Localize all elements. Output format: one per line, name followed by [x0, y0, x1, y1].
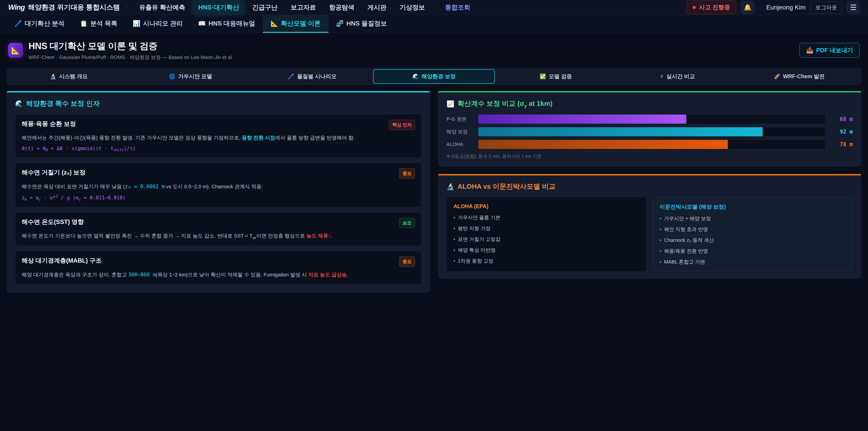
right-column: 📈 확산계수 보정 비교 (σy at 1km) P-G 원본 68 m 해양 …: [438, 91, 861, 278]
card-body: 해안에서는 주간(해풍)·야간(육풍) 풍향 전환 발생. 기존 가우시안 모델…: [22, 134, 415, 142]
subtab-model-theory[interactable]: 📐 확산모델 이론: [263, 15, 328, 33]
model-comparison-panel: 🔬 ALOHA vs 이문진박사모델 비교 ALOHA (EPA) 가우시안 플…: [438, 174, 861, 278]
microscope-icon: 🔬: [446, 183, 454, 190]
tab-substance-scenarios[interactable]: 🖊️ 물질별 시나리오: [251, 69, 373, 84]
subtab-scenario-management[interactable]: 📊 시나리오 관리: [125, 15, 190, 33]
subtab-label: 대기확산 분석: [25, 19, 65, 28]
wave-icon: 🌊: [15, 100, 23, 107]
bar-row-pg: P-G 원본 68 m: [446, 114, 853, 124]
nav-item-rescue[interactable]: 긴급구난: [247, 0, 283, 14]
divider: [127, 4, 127, 11]
card-body: 해수면은 육상 대비 표면 거칠기가 매우 낮음 (z₀ ≈ 0.0002 m …: [22, 183, 415, 191]
incident-status-label: 사고 진행중: [699, 3, 730, 11]
card-title: 해수면 온도(SST) 영향: [22, 218, 84, 226]
page-heading: HNS 대기확산 모델 이론 및 검증 WRF-Chem · Gaussian …: [29, 40, 233, 61]
lee-model-card: 이문진박사모델 (해양 보정) 가우시안 + 해양 보정 해안 지형 효과 반영…: [653, 197, 853, 271]
app-logo[interactable]: Wing 해양환경 위기대응 통합시스템: [8, 3, 120, 12]
nav-item-reports[interactable]: 보고자료: [285, 0, 321, 14]
dna-icon: 🧬: [336, 20, 344, 27]
subtab-label: HNS 대응매뉴얼: [209, 19, 255, 28]
nav-item-board[interactable]: 게시판: [362, 0, 392, 14]
logo-wing-icon: Wing: [8, 3, 25, 11]
nav-item-aerial-search[interactable]: 항공탐색: [324, 0, 360, 14]
tab-system-overview[interactable]: 🔬 시스템 개요: [8, 69, 130, 84]
subtab-analysis-list[interactable]: 📋 분석 목록: [72, 15, 125, 33]
model-feature-list: 가우시안 + 해양 보정 해안 지형 효과 반영 Charnock z₀ 동적 …: [659, 215, 846, 265]
tab-label: 실시간 비교: [666, 73, 695, 80]
panel-title-text: 해양환경 특수 보정 인자: [26, 99, 100, 108]
card-title: 해수면 거칠기 (z₀) 보정: [22, 168, 86, 177]
priority-badge: 중요: [399, 168, 415, 179]
marine-correction-panel: 🌊 해양환경 특수 보정 인자 해풍·육풍 순환 보정 핵심 인자 해안에서는 …: [7, 91, 430, 293]
subtab-label: HNS 물질정보: [346, 19, 387, 28]
incident-status-badge[interactable]: 사고 진행중: [686, 0, 736, 14]
card-body: 해수면 온도가 기온보다 높으면 열적 불안정 촉진 → 수직 혼합 증가 → …: [22, 232, 415, 240]
priority-badge: 핵심 인자: [389, 120, 415, 130]
tab-realtime-comparison[interactable]: ⚡ 실시간 비교: [617, 69, 739, 84]
panel-title-text: 확산계수 보정 비교 (σy at 1km): [458, 99, 553, 109]
card-formula: z0 = αc · u*2 / g (αc ≈ 0.011~0.018): [22, 194, 415, 202]
list-item: MABL 혼합고 가변: [659, 258, 846, 266]
hamburger-icon: ☰: [850, 3, 857, 12]
factor-card-sst: 해수면 온도(SST) 영향 보조 해수면 온도가 기온보다 높으면 열적 불안…: [15, 212, 422, 246]
tab-model-validation[interactable]: ✅ 모델 검증: [495, 69, 617, 84]
panel-title: 📈 확산계수 보정 비교 (σy at 1km): [446, 99, 853, 109]
tab-wrf-chem[interactable]: 🚀 WRF-Chem 발전: [738, 69, 860, 84]
chart-increasing-icon: 📈: [446, 100, 454, 107]
factor-card-surface-roughness: 해수면 거칠기 (z₀) 보정 중요 해수면은 육상 대비 표면 거칠기가 매우…: [15, 163, 422, 207]
aloha-model-card: ALOHA (EPA) 가우시안 플룸 기본 평탄 지형 가정 표면 거칠기 고…: [446, 197, 647, 271]
book-icon: 📖: [198, 20, 206, 27]
bell-icon: 🔔: [744, 4, 752, 11]
bar-track: [478, 140, 825, 149]
pdf-export-label: PDF 내보내기: [816, 46, 853, 54]
bar-value: 92 m: [830, 129, 853, 135]
pdf-export-button[interactable]: 📥 PDF 내보내기: [799, 43, 860, 58]
panel-title-text: ALOHA vs 이문진박사모델 비교: [458, 182, 556, 191]
factor-card-mabl: 해상 대기경계층(MABL) 구조 중요 해양 대기경계층은 육상과 구조가 상…: [15, 251, 422, 284]
left-column: 🌊 해양환경 특수 보정 인자 해풍·육풍 순환 보정 핵심 인자 해안에서는 …: [7, 91, 430, 293]
list-item: Charnock z₀ 동적 계산: [659, 237, 846, 244]
logout-button[interactable]: 로그아웃: [811, 1, 842, 13]
menu-button[interactable]: ☰: [847, 1, 860, 14]
bar-row-marine: 해양 보정 92 m: [446, 127, 853, 136]
subtab-hns-manual[interactable]: 📖 HNS 대응매뉴얼: [190, 15, 263, 33]
subtab-label: 시나리오 관리: [143, 19, 183, 28]
subtab-bar: 🖊️ 대기확산 분석 📋 분석 목록 📊 시나리오 관리 📖 HNS 대응매뉴얼…: [0, 15, 868, 33]
page-subtitle: WRF-Chem · Gaussian Plume/Puff · ROMS · …: [29, 54, 233, 61]
tab-marine-correction[interactable]: 🌊 해양환경 보정: [373, 69, 495, 84]
bar-value: 68 m: [830, 116, 853, 122]
triangle-ruler-icon: 📐: [271, 20, 278, 27]
triangle-ruler-icon: 📐: [11, 46, 20, 55]
rocket-icon: 🚀: [774, 73, 780, 80]
list-item: 가우시안 플룸 기본: [454, 214, 640, 221]
notifications-button[interactable]: 🔔: [741, 1, 754, 14]
chart-footnote: ※ D등급(중립), 풍속 5 m/s, 풍하거리 1 km 기준: [446, 153, 853, 159]
model-feature-list: 가우시안 플룸 기본 평탄 지형 가정 표면 거칠기 고정값 해양 특성 미반영…: [454, 214, 640, 265]
nav-item-oil-spill[interactable]: 유출유 확산예측: [134, 0, 191, 14]
cyclone-icon: 🌀: [169, 73, 176, 80]
tab-label: 물질별 시나리오: [297, 73, 337, 80]
card-title: 해상 대기경계층(MABL) 구조: [22, 256, 102, 265]
list-item: 가우시안 + 해양 보정: [659, 215, 846, 222]
subtab-label: 분석 목록: [90, 19, 117, 28]
tab-label: 가우시안 모델: [178, 73, 212, 80]
priority-badge: 보조: [399, 218, 415, 228]
list-item: 해안 지형 효과 반영: [659, 226, 846, 233]
list-item: 해양 특성 미반영: [454, 247, 640, 254]
model-card-title: ALOHA (EPA): [454, 203, 640, 210]
bar-row-aloha: ALOHA 78 m: [446, 140, 853, 149]
nav-item-integrated-search[interactable]: 통합조회: [440, 0, 476, 14]
tab-label: 해양환경 보정: [422, 73, 456, 80]
nav-item-hns-dispersion[interactable]: HNS·대기확산: [193, 0, 244, 14]
tab-gaussian-model[interactable]: 🌀 가우시안 모델: [130, 69, 252, 84]
nav-item-weather[interactable]: 기상정보: [394, 0, 430, 14]
tab-label: 모델 검증: [549, 73, 572, 80]
status-dot-icon: [692, 6, 696, 9]
main-content: 🌊 해양환경 특수 보정 인자 해풍·육풍 순환 보정 핵심 인자 해안에서는 …: [0, 85, 868, 293]
factor-card-sea-land-breeze: 해풍·육풍 순환 보정 핵심 인자 해안에서는 주간(해풍)·야간(육풍) 풍향…: [15, 114, 422, 158]
subtab-dispersion-analysis[interactable]: 🖊️ 대기확산 분석: [7, 15, 72, 33]
bar-fill: [478, 115, 686, 124]
bar-chart-icon: 📊: [133, 20, 141, 27]
bar-label: ALOHA: [446, 142, 473, 147]
subtab-hns-substance-info[interactable]: 🧬 HNS 물질정보: [329, 15, 395, 33]
